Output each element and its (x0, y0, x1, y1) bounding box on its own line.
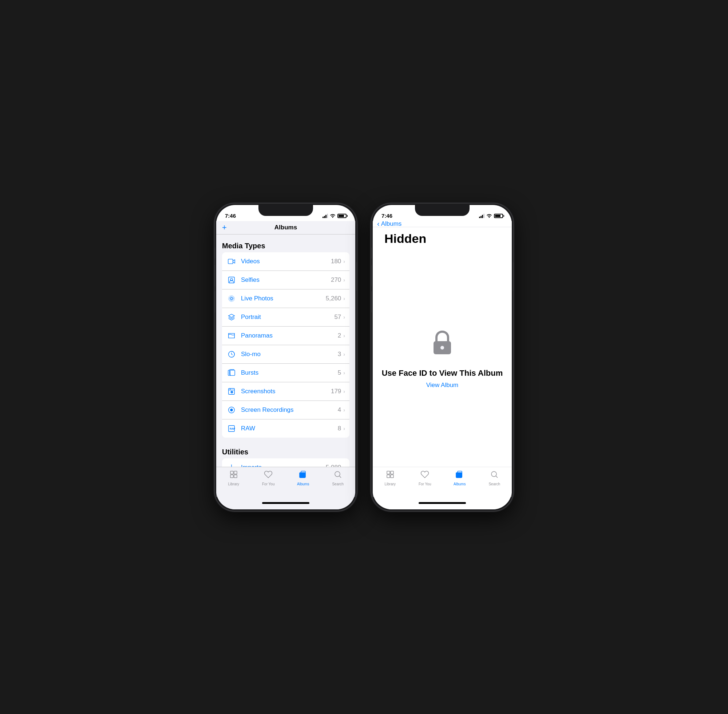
battery-icon (337, 214, 346, 218)
tab-albums-1[interactable]: Albums (286, 470, 321, 486)
svg-point-4 (230, 296, 234, 300)
mute-button-2[interactable] (371, 247, 371, 259)
list-item-selfies[interactable]: Selfies 270 › (222, 271, 349, 290)
library-tab-label-2: Library (384, 482, 395, 486)
selfies-label: Selfies (241, 276, 331, 284)
videos-label: Videos (241, 258, 331, 265)
slomo-label: Slo-mo (241, 351, 338, 358)
add-button[interactable]: + (222, 223, 227, 232)
slomo-chevron: › (343, 351, 345, 357)
albums-tab-label-2: Albums (454, 482, 466, 486)
panoramas-chevron: › (343, 333, 345, 339)
list-item-screen-recordings[interactable]: Screen Recordings 4 › (222, 401, 349, 420)
list-item-panoramas[interactable]: Panoramas 2 › (222, 327, 349, 345)
videos-chevron: › (343, 258, 345, 264)
foryou-tab-label-2: For You (419, 482, 431, 486)
svg-rect-24 (300, 472, 306, 478)
list-item-imports[interactable]: Imports 5,080 › (222, 458, 349, 467)
screen-recordings-chevron: › (343, 407, 345, 413)
foryou-tab-label-1: For You (262, 482, 274, 486)
phone-1: 7:46 + Albums (215, 204, 357, 511)
notch (258, 205, 313, 216)
bursts-label: Bursts (241, 369, 338, 376)
wifi-icon (330, 213, 336, 219)
svg-rect-29 (391, 471, 394, 474)
panoramas-label: Panoramas (241, 332, 338, 339)
scroll-content-1: Media Types Videos 180 › (216, 234, 355, 467)
svg-line-8 (232, 354, 232, 355)
power-button-2[interactable] (513, 262, 513, 291)
foryou-tab-icon-2 (421, 470, 429, 481)
tab-library-2[interactable]: Library (373, 470, 408, 486)
view-album-button[interactable]: View Album (426, 382, 458, 389)
foryou-tab-icon (264, 470, 273, 481)
back-button[interactable]: ‹ Albums (377, 221, 401, 228)
raw-icon: RAW (226, 423, 237, 434)
imports-icon (226, 462, 237, 467)
list-item-raw[interactable]: RAW RAW 8 › (222, 420, 349, 438)
list-item-portrait[interactable]: Portrait 57 › (222, 308, 349, 327)
nav-bar-1: + Albums (216, 221, 355, 234)
svg-rect-31 (391, 475, 394, 478)
utilities-list: Imports 5,080 › Hidden 🔒 (222, 458, 349, 467)
svg-rect-23 (234, 475, 237, 478)
screenshots-label: Screenshots (241, 388, 331, 395)
list-item-bursts[interactable]: Bursts 5 › (222, 364, 349, 382)
tab-search-2[interactable]: Search (477, 470, 512, 486)
search-tab-icon-1 (333, 470, 342, 481)
tab-foryou-2[interactable]: For You (408, 470, 443, 486)
screen-recordings-count: 4 (338, 406, 341, 414)
mute-button[interactable] (215, 247, 215, 259)
live-photos-label: Live Photos (241, 295, 326, 302)
status-time: 7:46 (225, 213, 236, 219)
albums-tab-icon-2 (455, 470, 464, 481)
list-item-videos[interactable]: Videos 180 › (222, 252, 349, 271)
svg-point-14 (232, 392, 232, 393)
media-types-list: Videos 180 › Selfies (222, 252, 349, 438)
tab-foryou-1[interactable]: For You (251, 470, 286, 486)
live-photos-count: 5,260 (326, 295, 342, 302)
tab-search-1[interactable]: Search (321, 470, 356, 486)
svg-rect-30 (387, 475, 390, 478)
screenshots-icon (226, 386, 237, 396)
tab-library-1[interactable]: Library (216, 470, 251, 486)
power-button[interactable] (357, 262, 357, 291)
svg-point-33 (491, 471, 496, 477)
library-tab-icon (229, 470, 238, 481)
svg-rect-32 (456, 472, 462, 478)
portrait-label: Portrait (241, 314, 334, 321)
raw-chevron: › (343, 426, 345, 432)
screen-recordings-label: Screen Recordings (241, 406, 338, 414)
volume-down-button-2[interactable] (371, 291, 371, 313)
list-item-slomo[interactable]: Slo-mo 3 › (222, 345, 349, 364)
screen-2: ‹ Albums Hidden Use Face ID to View This… (373, 221, 512, 509)
volume-up-button-2[interactable] (371, 265, 371, 286)
portrait-icon (226, 312, 237, 322)
list-item-live-photos[interactable]: Live Photos 5,260 › (222, 290, 349, 308)
back-label: Albums (381, 221, 402, 228)
albums-tab-icon-1 (299, 470, 307, 481)
screen-1: + Albums Media Types (216, 221, 355, 509)
svg-rect-28 (387, 471, 390, 474)
volume-up-button[interactable] (215, 265, 215, 286)
svg-rect-20 (231, 471, 233, 474)
hidden-page-title: Hidden (379, 229, 506, 252)
status-icons (322, 213, 346, 219)
search-tab-label-2: Search (488, 482, 500, 486)
back-chevron-icon: ‹ (377, 221, 380, 228)
phone-2: 7:46 ‹ (371, 204, 513, 511)
tab-albums-2[interactable]: Albums (442, 470, 477, 486)
volume-down-button[interactable] (215, 291, 215, 313)
home-indicator-1 (216, 497, 355, 509)
slomo-count: 3 (338, 351, 341, 358)
hidden-page-header: Hidden (373, 227, 512, 252)
list-item-screenshots[interactable]: Screenshots 179 › (222, 382, 349, 401)
svg-rect-0 (228, 259, 233, 264)
videos-count: 180 (331, 258, 341, 265)
library-tab-icon-2 (386, 470, 395, 481)
lock-icon-large (431, 330, 454, 361)
selfie-icon (226, 275, 237, 285)
panoramas-count: 2 (338, 332, 341, 339)
search-tab-icon-2 (490, 470, 499, 481)
face-id-title: Use Face ID to View This Album (382, 369, 503, 378)
